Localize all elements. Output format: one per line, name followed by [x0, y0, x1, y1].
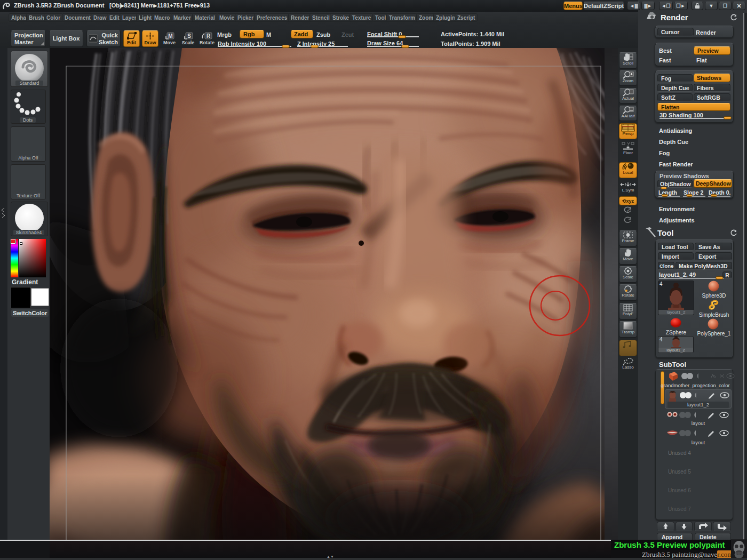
svg-text:R: R — [206, 33, 211, 39]
svg-text:z: z — [627, 209, 629, 213]
svg-text:M: M — [168, 33, 172, 39]
svg-text:S: S — [187, 33, 191, 39]
